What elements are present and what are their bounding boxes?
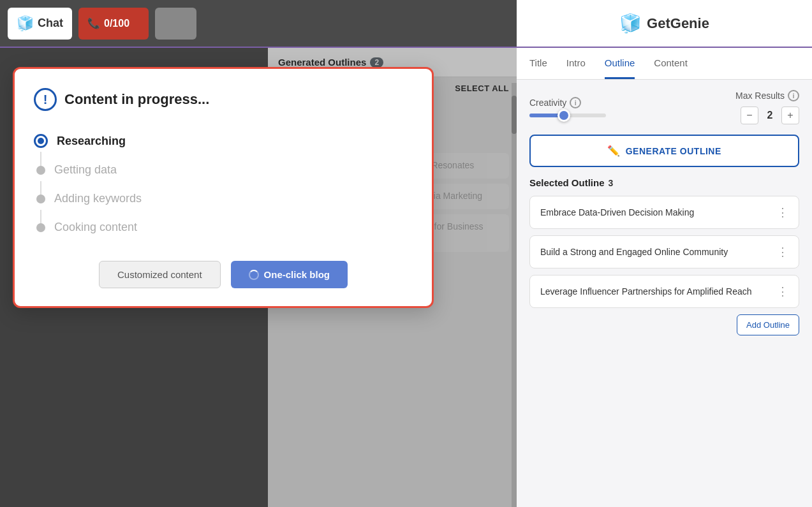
outline-card-1: Embrace Data-Driven Decision Making ⋮ xyxy=(529,196,799,229)
extra-button[interactable] xyxy=(155,8,196,40)
steps-list: Researching Getting data Adding keywords… xyxy=(34,126,413,242)
step-item-getting-data: Getting data xyxy=(34,156,413,184)
modal-buttons: Customized content One-click blog xyxy=(34,261,413,288)
counter-button[interactable]: 📞 0/100 xyxy=(78,8,149,40)
modal-warning-icon: ! xyxy=(34,88,57,111)
tab-content[interactable]: Content xyxy=(654,48,688,79)
max-results-info-icon[interactable]: i xyxy=(788,90,799,101)
max-results-label: Max Results i xyxy=(735,90,799,101)
max-results-value: 2 xyxy=(764,110,776,121)
selected-outline-label: Selected Outline xyxy=(529,177,605,188)
selected-outline-title: Selected Outline 3 xyxy=(529,177,799,188)
step-label-researching: Researching xyxy=(57,135,126,148)
outline-card-text-1: Embrace Data-Driven Decision Making xyxy=(540,207,694,217)
loading-spinner xyxy=(249,270,259,280)
outline-card-text-2: Build a Strong and Engaged Online Commun… xyxy=(540,247,728,257)
progress-modal: ! Content in progress... Researching Get… xyxy=(13,67,434,308)
slider-fill xyxy=(529,114,561,117)
number-control: − 2 + xyxy=(741,107,799,124)
warning-icon-text: ! xyxy=(43,92,48,107)
outline-card-2: Build a Strong and Engaged Online Commun… xyxy=(529,235,799,268)
creativity-label: Creativity i xyxy=(529,97,606,108)
getgenie-logo: 🧊 GetGenie xyxy=(619,13,709,34)
one-click-blog-button[interactable]: One-click blog xyxy=(231,261,348,288)
modal-overlay: ! Content in progress... Researching Get… xyxy=(0,48,517,507)
decrement-button[interactable]: − xyxy=(741,107,758,124)
step-label-getting-data: Getting data xyxy=(54,163,117,177)
getgenie-logo-text: GetGenie xyxy=(647,15,709,32)
tab-intro[interactable]: Intro xyxy=(566,48,586,79)
counter-label: 0/100 xyxy=(104,18,129,29)
edit-icon: ✏️ xyxy=(607,145,621,157)
creativity-text: Creativity xyxy=(529,98,566,108)
chat-button[interactable]: 🧊 Chat xyxy=(8,8,72,40)
more-options-3[interactable]: ⋮ xyxy=(777,284,788,298)
slider-track[interactable] xyxy=(529,114,606,117)
tab-outline[interactable]: Outline xyxy=(605,48,635,79)
add-outline-button[interactable]: Add Outline xyxy=(737,314,799,335)
right-panel-body: Creativity i Max Results i − 2 xyxy=(517,80,812,325)
modal-title-row: ! Content in progress... xyxy=(34,88,413,111)
chat-label: Chat xyxy=(38,17,63,30)
step-dot-active xyxy=(34,134,48,148)
step-dot-inactive-1 xyxy=(36,166,45,175)
more-options-2[interactable]: ⋮ xyxy=(777,245,788,259)
chat-icon: 🧊 xyxy=(17,15,34,32)
creativity-info-icon[interactable]: i xyxy=(570,97,581,108)
generate-outline-button[interactable]: ✏️ GENERATE OUTLINE xyxy=(529,135,799,167)
outline-card-text-3: Leverage Influencer Partnerships for Amp… xyxy=(540,286,752,297)
slider-container xyxy=(529,114,606,117)
phone-icon: 📞 xyxy=(87,17,100,29)
selected-outline-count: 3 xyxy=(609,178,614,188)
more-options-1[interactable]: ⋮ xyxy=(777,205,788,219)
step-item-researching: Researching xyxy=(34,126,413,156)
step-item-adding-keywords: Adding keywords xyxy=(34,184,413,213)
step-dot-inactive-2 xyxy=(36,195,45,203)
increment-button[interactable]: + xyxy=(781,107,799,124)
outline-card-3: Leverage Influencer Partnerships for Amp… xyxy=(529,275,799,308)
max-results-text: Max Results xyxy=(735,91,785,101)
step-label-cooking-content: Cooking content xyxy=(54,221,137,234)
step-dot-inactive-3 xyxy=(36,223,45,232)
one-click-blog-label: One-click blog xyxy=(264,269,330,280)
step-label-adding-keywords: Adding keywords xyxy=(54,192,142,205)
customized-content-button[interactable]: Customized content xyxy=(99,261,221,288)
creativity-row: Creativity i Max Results i − 2 xyxy=(529,90,799,124)
modal-title: Content in progress... xyxy=(64,91,209,108)
getgenie-header: 🧊 GetGenie xyxy=(517,0,812,48)
right-panel: Title Intro Outline Content Creativity i xyxy=(517,48,812,507)
step-item-cooking-content: Cooking content xyxy=(34,213,413,242)
tabs-row: Title Intro Outline Content xyxy=(517,48,812,80)
getgenie-logo-icon: 🧊 xyxy=(619,13,642,34)
tab-title[interactable]: Title xyxy=(529,48,547,79)
slider-thumb[interactable] xyxy=(557,109,570,122)
generate-outline-label: GENERATE OUTLINE xyxy=(626,146,721,156)
